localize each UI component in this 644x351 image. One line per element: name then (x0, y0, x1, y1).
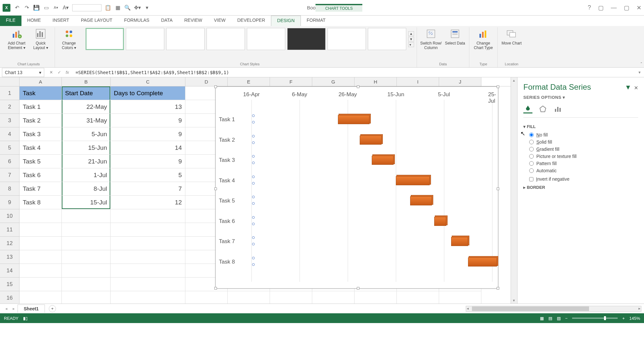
cell[interactable]: Task 6 (20, 168, 62, 182)
cell[interactable]: Task 2 (20, 114, 62, 127)
cell[interactable]: Days to Complete (111, 86, 185, 100)
chart-style-4[interactable] (207, 28, 245, 50)
tab-page-layout[interactable]: PAGE LAYOUT (75, 16, 118, 26)
cell[interactable]: 21-Jun (62, 155, 111, 168)
cell[interactable] (20, 250, 62, 264)
cell[interactable]: 9 (111, 127, 185, 141)
row-header[interactable]: 13 (0, 250, 20, 264)
undo-button[interactable]: ↶ (14, 5, 20, 11)
gallery-up-button[interactable]: ▲ (408, 31, 414, 36)
cell[interactable]: Task (20, 86, 62, 100)
cell[interactable]: Task 3 (20, 127, 62, 141)
series-options-tab-icon[interactable] (553, 104, 562, 113)
cell[interactable]: 8-Jul (62, 182, 111, 196)
row-header[interactable]: 8 (0, 182, 20, 196)
series-options-dropdown[interactable]: SERIES OPTIONS ▾ (523, 95, 638, 100)
close-button[interactable]: ✕ (637, 4, 641, 11)
col-header-c[interactable]: C (111, 77, 185, 86)
gantt-bar[interactable] (360, 136, 382, 145)
sheet-nav-prev[interactable]: ◂ (3, 306, 10, 311)
macro-record-icon[interactable]: ▮▯ (23, 316, 28, 321)
tab-formulas[interactable]: FORMULAS (118, 16, 155, 26)
row-header[interactable]: 6 (0, 155, 20, 168)
row-header[interactable]: 1 (0, 86, 20, 100)
enter-formula-button[interactable]: ✓ (58, 70, 61, 75)
gallery-down-button[interactable]: ▼ (408, 37, 414, 42)
qat-customize-button[interactable]: ▾ (144, 5, 150, 11)
cell[interactable] (20, 237, 62, 250)
checkbox-invert-negative[interactable]: Invert if negative (529, 176, 638, 182)
cell[interactable] (185, 291, 228, 304)
ribbon-collapse-button[interactable]: ˆ (641, 62, 642, 67)
name-box[interactable]: Chart 13 ▾ (2, 68, 44, 77)
change-colors-button[interactable]: Change Colors ▾ (58, 28, 80, 50)
cell[interactable] (62, 264, 111, 278)
cell[interactable] (20, 209, 62, 223)
cell[interactable] (439, 291, 481, 304)
cell[interactable]: Task 7 (20, 182, 62, 196)
chart-style-5[interactable] (247, 28, 285, 50)
cell[interactable] (111, 278, 185, 291)
cell[interactable]: Task 8 (20, 196, 62, 209)
gantt-bar[interactable] (451, 237, 468, 246)
cell[interactable]: Task 5 (20, 155, 62, 168)
print-preview-button[interactable]: ▭ (43, 5, 49, 11)
cell[interactable] (62, 291, 111, 304)
row-header[interactable]: 10 (0, 209, 20, 223)
chart-style-3[interactable] (166, 28, 205, 50)
row-header[interactable]: 9 (0, 196, 20, 209)
cell[interactable] (62, 278, 111, 291)
effects-tab-icon[interactable] (538, 104, 547, 113)
cell[interactable]: 7 (111, 182, 185, 196)
horizontal-scrollbar[interactable]: ◂ ▸ (466, 306, 641, 312)
cancel-formula-button[interactable]: ✕ (49, 70, 53, 75)
cell[interactable]: 9 (111, 155, 185, 168)
new-button[interactable]: ▦ (114, 5, 121, 11)
row-header[interactable]: 5 (0, 141, 20, 155)
row-header[interactable]: 4 (0, 127, 20, 141)
tab-insert[interactable]: INSERT (47, 16, 75, 26)
col-header-a[interactable]: A (20, 77, 62, 86)
gantt-bar[interactable] (410, 196, 432, 205)
tab-view[interactable]: VIEW (208, 16, 232, 26)
paste-button[interactable]: 📋 (105, 5, 111, 11)
radio-gradient-fill[interactable]: Gradient fill (529, 147, 638, 152)
worksheet[interactable]: A B C D E F G H I J 1TaskStart DateDays … (0, 77, 511, 304)
chart-object[interactable]: 16-Apr6-May26-May15-Jun5-Jul25-JulTask 1… (215, 86, 498, 289)
chart-plot-area[interactable]: 16-Apr6-May26-May15-Jun5-Jul25-JulTask 1… (251, 100, 491, 282)
cell[interactable] (111, 264, 185, 278)
cell[interactable] (62, 209, 111, 223)
select-all-corner[interactable] (0, 77, 20, 86)
radio-picture-fill[interactable]: Picture or texture fill (529, 154, 638, 159)
tab-data[interactable]: DATA (155, 16, 178, 26)
gantt-bar[interactable] (468, 257, 497, 266)
font-decrease-button[interactable]: A▾ (53, 5, 59, 11)
cell[interactable]: 15-Jun (62, 141, 111, 155)
cell[interactable]: 12 (111, 196, 185, 209)
border-section-toggle[interactable]: ▸ BORDER (523, 185, 638, 190)
cell[interactable] (111, 237, 185, 250)
sheet-tab-sheet1[interactable]: Sheet1 (18, 305, 45, 313)
move-chart-button[interactable]: Move Chart (500, 28, 523, 46)
row-header[interactable]: 7 (0, 168, 20, 182)
zoom-slider[interactable] (572, 318, 618, 319)
cell[interactable] (20, 291, 62, 304)
sheet-nav-next[interactable]: ▸ (10, 306, 18, 311)
row-header[interactable]: 15 (0, 278, 20, 291)
col-header-d[interactable]: D (185, 77, 228, 86)
cell[interactable]: 15-Jul (62, 196, 111, 209)
cell[interactable] (111, 291, 185, 304)
row-header[interactable]: 3 (0, 114, 20, 127)
task-pane-close-button[interactable]: ✕ (634, 85, 638, 91)
minimize-button[interactable]: — (611, 4, 617, 11)
radio-solid-fill[interactable]: Solid fill (529, 139, 638, 145)
cell[interactable]: 5 (111, 168, 185, 182)
help-button[interactable]: ? (588, 4, 591, 11)
tab-home[interactable]: HOME (21, 16, 47, 26)
gantt-bar[interactable] (338, 115, 369, 124)
cell[interactable]: 22-May (62, 100, 111, 114)
tab-file[interactable]: FILE (0, 16, 21, 26)
ribbon-display-button[interactable]: ▢ (598, 4, 604, 11)
cell[interactable] (111, 209, 185, 223)
cell[interactable]: 14 (111, 141, 185, 155)
